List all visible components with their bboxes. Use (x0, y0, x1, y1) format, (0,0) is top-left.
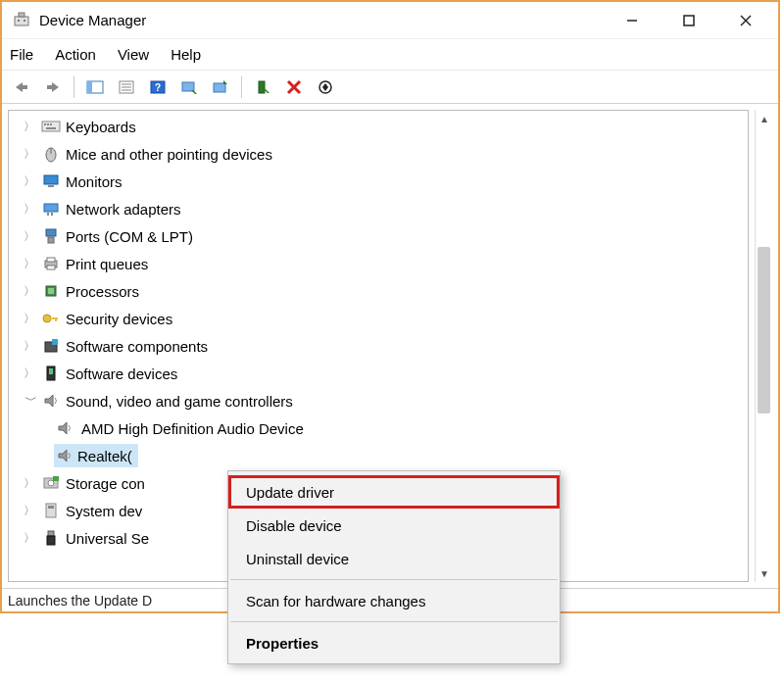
menu-view[interactable]: View (118, 46, 149, 63)
svg-rect-65 (47, 536, 55, 545)
svg-marker-29 (322, 83, 328, 91)
svg-rect-9 (23, 85, 27, 89)
tree-item-mice[interactable]: 〉 Mice and other pointing devices (9, 140, 748, 168)
svg-rect-61 (53, 476, 59, 481)
tree-item-label: Network adapters (66, 201, 181, 218)
expand-icon[interactable]: 〉 (23, 530, 36, 547)
scroll-up-button[interactable]: ▲ (756, 110, 773, 127)
software-device-icon (40, 363, 62, 384)
svg-rect-41 (51, 213, 53, 216)
svg-rect-0 (15, 17, 28, 25)
close-button[interactable] (717, 3, 774, 38)
svg-marker-58 (59, 450, 67, 462)
expand-icon[interactable]: 〉 (23, 283, 36, 300)
minimize-button[interactable] (604, 3, 661, 38)
menubar: File Action View Help (2, 39, 778, 71)
svg-rect-33 (50, 123, 52, 125)
scroll-down-button[interactable]: ▼ (756, 564, 773, 582)
speaker-icon (40, 390, 62, 412)
svg-rect-46 (47, 266, 55, 269)
tree-item-processors[interactable]: 〉 Processors (9, 277, 748, 305)
tree-item-label: Sound, video and game controllers (66, 393, 293, 410)
expand-icon[interactable]: 〉 (23, 365, 36, 382)
collapse-icon[interactable]: 〉 (22, 394, 38, 408)
uninstall-device-button[interactable] (280, 73, 308, 101)
show-hide-tree-button[interactable] (81, 73, 109, 101)
context-disable-device[interactable]: Disable device (228, 509, 560, 542)
toolbar-separator (241, 76, 242, 98)
update-driver-button[interactable] (207, 73, 234, 101)
tree-item-amd-audio[interactable]: AMD High Definition Audio Device (9, 414, 748, 442)
svg-rect-51 (55, 317, 57, 321)
vertical-scrollbar[interactable]: ▲ ▼ (755, 110, 772, 582)
tree-item-label: Monitors (66, 173, 122, 190)
app-icon (12, 11, 31, 30)
svg-marker-8 (16, 82, 23, 92)
tree-item-label: Software components (66, 338, 208, 355)
expand-icon[interactable]: 〉 (23, 173, 36, 190)
forward-button[interactable] (39, 73, 67, 101)
tree-item-software-devices[interactable]: 〉 Software devices (9, 360, 748, 387)
key-icon (40, 308, 62, 329)
svg-rect-31 (44, 123, 46, 125)
device-manager-window: Device Manager File Action View Help ? 〉 (0, 0, 780, 613)
back-button[interactable] (8, 73, 35, 101)
context-menu: Update driver Disable device Uninstall d… (227, 470, 561, 664)
svg-marker-57 (59, 422, 67, 434)
tree-item-label: Processors (66, 283, 139, 300)
properties-button[interactable] (113, 73, 140, 101)
speaker-icon (54, 445, 75, 466)
scan-hardware-button[interactable] (175, 73, 203, 101)
svg-rect-34 (46, 127, 56, 129)
network-icon (40, 198, 62, 219)
tree-item-keyboards[interactable]: 〉 Keyboards (9, 113, 748, 140)
window-controls (604, 3, 774, 38)
tree-item-monitors[interactable]: 〉 Monitors (9, 168, 748, 195)
context-scan-hardware[interactable]: Scan for hardware changes (228, 584, 560, 617)
tree-item-network[interactable]: 〉 Network adapters (9, 195, 748, 222)
expand-icon[interactable]: 〉 (23, 201, 36, 218)
context-uninstall-device[interactable]: Uninstall device (228, 542, 560, 575)
expand-icon[interactable]: 〉 (23, 119, 36, 135)
context-properties[interactable]: Properties (228, 626, 560, 659)
tree-item-software-components[interactable]: 〉 Software components (9, 332, 748, 360)
menu-action[interactable]: Action (55, 46, 96, 63)
svg-rect-30 (42, 122, 60, 131)
tree-item-sound[interactable]: 〉 Sound, video and game controllers (9, 387, 748, 414)
tree-item-ports[interactable]: 〉 Ports (COM & LPT) (9, 222, 748, 250)
maximize-button[interactable] (661, 3, 717, 38)
port-icon (40, 225, 62, 247)
usb-icon (40, 527, 62, 549)
svg-rect-1 (19, 13, 24, 17)
svg-point-2 (18, 20, 20, 22)
expand-icon[interactable]: 〉 (23, 475, 36, 492)
printer-icon (40, 253, 62, 274)
tree-item-label: System dev (66, 503, 142, 519)
tree-item-label: Universal Se (66, 530, 149, 547)
expand-icon[interactable]: 〉 (23, 311, 36, 327)
menu-file[interactable]: File (10, 46, 33, 63)
expand-icon[interactable]: 〉 (23, 146, 36, 163)
tree-item-print-queues[interactable]: 〉 Print queues (9, 250, 748, 277)
menu-help[interactable]: Help (171, 46, 201, 63)
mouse-icon (40, 143, 62, 165)
tree-item-security[interactable]: 〉 Security devices (9, 305, 748, 332)
tree-item-label: Keyboards (66, 119, 136, 135)
svg-rect-22 (214, 83, 225, 92)
disable-device-button[interactable] (312, 73, 339, 101)
context-update-driver[interactable]: Update driver (228, 475, 560, 509)
tree-item-label: Ports (COM & LPT) (66, 228, 193, 245)
tree-item-realtek[interactable]: Realtek( (9, 442, 748, 469)
expand-icon[interactable]: 〉 (23, 503, 36, 519)
expand-icon[interactable]: 〉 (23, 338, 36, 355)
svg-rect-63 (48, 506, 54, 509)
status-text: Launches the Update D (8, 593, 152, 608)
expand-icon[interactable]: 〉 (23, 228, 36, 245)
scroll-thumb[interactable] (758, 247, 770, 413)
help-button[interactable]: ? (144, 73, 172, 101)
svg-rect-20 (182, 82, 194, 91)
storage-icon (40, 472, 62, 494)
svg-rect-32 (47, 123, 49, 125)
enable-device-button[interactable] (249, 73, 276, 101)
expand-icon[interactable]: 〉 (23, 256, 36, 272)
